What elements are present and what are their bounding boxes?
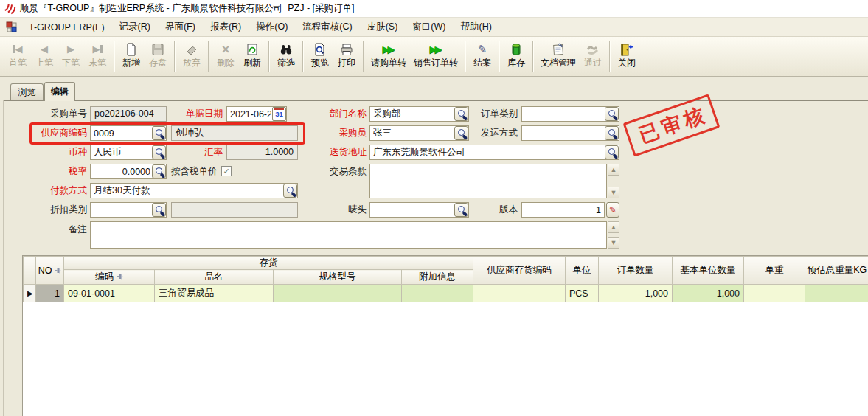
toolbar-save-button[interactable]: 存盘 xyxy=(145,38,171,74)
row-marker-cell[interactable]: ▶ xyxy=(24,285,36,302)
delivery-address-label: 送货地址 xyxy=(313,145,367,160)
toolbar-last-button[interactable]: ▶ 末笔 xyxy=(84,38,111,74)
tax-included-label: 按含税单价 xyxy=(171,164,218,179)
supplier-code-lookup-button[interactable] xyxy=(152,126,166,140)
remark-scroll-down-button[interactable]: ▼ xyxy=(608,237,619,249)
menu-operation[interactable]: 操作(O) xyxy=(249,17,295,37)
menu-interface[interactable]: 界面(F) xyxy=(158,17,203,37)
shipping-mark-lookup-button[interactable] xyxy=(454,203,468,217)
col-header-unit[interactable]: 单位 xyxy=(566,257,599,285)
toolbar-new-button[interactable]: 新增 xyxy=(118,38,145,74)
cell-unit-weight[interactable] xyxy=(744,285,805,302)
toolbar-so-transfer-button[interactable]: ▶▶ 销售订单转 xyxy=(410,38,462,74)
magnifier-icon xyxy=(155,128,164,138)
tab-edit[interactable]: 编辑 xyxy=(44,82,75,101)
col-header-spec[interactable]: 规格型号 xyxy=(274,270,402,285)
cell-code[interactable]: 09-01-0001 xyxy=(64,285,155,302)
transfer-arrows-icon: ▶▶ xyxy=(383,41,395,58)
cell-extra-info[interactable] xyxy=(402,285,473,302)
menu-tgroup-erp[interactable]: T-GROUP ERP(E) xyxy=(21,18,112,36)
discount-type-field xyxy=(90,202,167,218)
currency-lookup-button[interactable] xyxy=(152,145,166,159)
col-header-order-qty[interactable]: 订单数量 xyxy=(599,257,673,285)
remark-textarea[interactable] xyxy=(91,222,606,248)
cell-spec[interactable] xyxy=(274,285,402,302)
toolbar-delete-button[interactable]: × 删除 xyxy=(212,38,239,74)
cell-supplier-item-code[interactable] xyxy=(473,285,566,302)
next-record-icon: ▶ xyxy=(67,41,74,58)
toolbar-filter-button[interactable]: 筛选 xyxy=(273,38,299,74)
toolbar-separator xyxy=(363,41,364,72)
toolbar-separator xyxy=(174,41,176,72)
menu-bar: T-GROUP ERP(E) 记录(R) 界面(F) 报表(R) 操作(O) 流… xyxy=(0,18,868,37)
magnifier-icon xyxy=(608,128,617,138)
toolbar-first-button[interactable]: ◀ 首笔 xyxy=(4,38,31,74)
tax-rate-label: 税率 xyxy=(15,164,87,179)
trade-terms-scroll-up-button[interactable]: ▲ xyxy=(608,164,619,176)
cell-est-total-weight[interactable] xyxy=(805,285,868,302)
col-header-name[interactable]: 品名 xyxy=(155,270,274,285)
menu-help[interactable]: 帮助(H) xyxy=(453,17,499,37)
order-type-lookup-button[interactable] xyxy=(605,107,619,121)
pen-icon: ✎ xyxy=(609,205,617,215)
menu-workflow-audit[interactable]: 流程审核(C) xyxy=(295,17,359,37)
supplier-code-label: 供应商编码 xyxy=(15,125,87,141)
cell-base-unit-qty[interactable]: 1,000 xyxy=(673,285,744,302)
trade-terms-field xyxy=(369,164,607,198)
magnifier-icon xyxy=(155,167,164,176)
cell-name[interactable]: 三角贸易成品 xyxy=(155,285,274,302)
col-header-base-unit-qty[interactable]: 基本单位数量 xyxy=(673,257,744,285)
version-edit-button[interactable]: ✎ xyxy=(606,202,619,218)
toolbar-close-button[interactable]: 关闭 xyxy=(614,38,640,74)
menu-report[interactable]: 报表(R) xyxy=(203,17,249,37)
tax-included-checkbox[interactable]: ✓ xyxy=(221,166,232,176)
dept-lookup-button[interactable] xyxy=(454,107,468,121)
toolbar-refresh-button[interactable]: 刷新 xyxy=(239,38,265,74)
menu-record[interactable]: 记录(R) xyxy=(112,17,158,37)
menu-window[interactable]: 窗口(W) xyxy=(405,17,453,37)
toolbar-discard-button[interactable]: 放弃 xyxy=(178,38,205,74)
toolbar-doc-manage-button[interactable]: 文档管理 xyxy=(537,38,580,74)
window-menu-icon[interactable] xyxy=(6,21,17,32)
tax-rate-lookup-button[interactable] xyxy=(152,164,166,178)
magnifier-icon xyxy=(286,186,296,195)
table-row: ▶ 1 09-01-0001 三角贸易成品 PCS 1,000 1,000 xyxy=(24,285,868,302)
toolbar-next-button[interactable]: ▶ 下笔 xyxy=(58,38,84,74)
cell-unit[interactable]: PCS xyxy=(566,285,599,302)
order-type-label: 订单类别 xyxy=(472,106,518,122)
toolbar-approve-button[interactable]: 通过 xyxy=(580,38,606,74)
col-header-est-total-weight[interactable]: 预估总重量KG xyxy=(805,257,868,285)
buyer-lookup-button[interactable] xyxy=(454,126,468,140)
toolbar-pr-transfer-button[interactable]: ▶▶ 请购单转 xyxy=(367,38,410,74)
toolbar-preview-button[interactable]: 预览 xyxy=(307,38,333,74)
toolbar-prev-button[interactable]: ◀ 上笔 xyxy=(31,38,58,74)
toolbar-print-button[interactable]: 打印 xyxy=(333,38,360,74)
cell-no[interactable]: 1 xyxy=(36,285,64,302)
col-group-inventory[interactable]: 存货 xyxy=(64,257,473,270)
col-header-supplier-item-code[interactable]: 供应商存货编码 xyxy=(473,257,566,285)
ship-method-lookup-button[interactable] xyxy=(605,126,619,140)
toolbar-inventory-button[interactable]: 库存 xyxy=(503,38,530,74)
doc-date-field: 31 xyxy=(226,106,287,122)
calendar-button[interactable]: 31 xyxy=(272,107,286,121)
col-header-code[interactable]: 编码 xyxy=(64,270,155,285)
ship-method-field xyxy=(521,125,619,141)
trade-terms-scroll-down-button[interactable]: ▼ xyxy=(608,187,619,198)
tab-browse[interactable]: 浏览 xyxy=(10,83,44,100)
col-header-extra-info[interactable]: 附加信息 xyxy=(402,270,473,285)
discount-type-lookup-button[interactable] xyxy=(152,203,166,217)
col-header-no[interactable]: NO xyxy=(36,257,64,285)
remark-scroll-up-button[interactable]: ▲ xyxy=(608,221,619,233)
col-header-unit-weight[interactable]: 单重 xyxy=(744,257,805,285)
version-field xyxy=(521,202,605,218)
delivery-address-input[interactable] xyxy=(369,145,619,160)
payment-method-lookup-button[interactable] xyxy=(283,184,297,198)
payment-method-input[interactable] xyxy=(90,183,298,198)
delivery-address-lookup-button[interactable] xyxy=(605,145,619,159)
payment-method-label: 付款方式 xyxy=(15,183,87,198)
toolbar-close-case-button[interactable]: ✎ 结案 xyxy=(469,38,496,74)
menu-skin[interactable]: 皮肤(S) xyxy=(360,17,406,37)
trade-terms-textarea[interactable] xyxy=(370,164,606,198)
version-input[interactable] xyxy=(521,202,605,218)
cell-order-qty[interactable]: 1,000 xyxy=(599,285,673,302)
